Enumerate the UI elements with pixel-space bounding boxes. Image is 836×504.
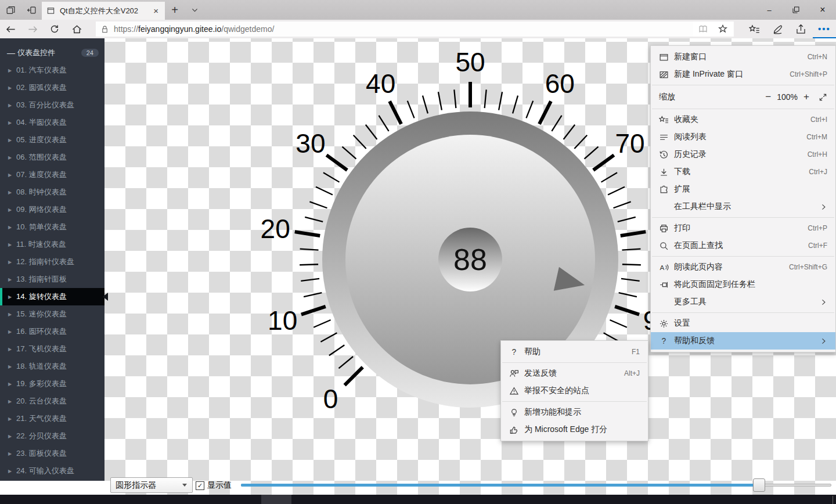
sidebar-item-02[interactable]: ▶02. 圆弧仪表盘 <box>0 79 105 96</box>
sidebar-item-06[interactable]: ▶06. 范围仪表盘 <box>0 149 105 166</box>
expand-arrow-icon: ▶ <box>8 260 16 265</box>
tabs-aside-icon <box>27 5 37 15</box>
sidebar-item-19[interactable]: ▶19. 多彩仪表盘 <box>0 375 105 393</box>
sidebar-item-08[interactable]: ▶08. 时钟仪表盘 <box>0 183 105 201</box>
url-path: /qwidgetdemo/ <box>221 24 274 34</box>
tab-preview-icon <box>6 5 16 15</box>
submenu-item-6[interactable]: 为 Microsoft Edge 打分 <box>501 421 648 438</box>
fullscreen-icon[interactable] <box>815 93 827 102</box>
sidebar-item-20[interactable]: ▶20. 云台仪表盘 <box>0 393 105 410</box>
restore-button[interactable] <box>783 0 809 20</box>
sidebar-item-10[interactable]: ▶10. 简单仪表盘 <box>0 218 105 236</box>
menu-item-16[interactable]: 将此页面固定到任务栏 <box>651 276 835 293</box>
read-aloud-icon: A <box>659 262 674 272</box>
menu-item-8[interactable]: 下载Ctrl+J <box>651 163 835 181</box>
sidebar-item-07[interactable]: ▶07. 速度仪表盘 <box>0 166 105 183</box>
menu-item-label: 打印 <box>674 223 808 233</box>
close-button[interactable]: × <box>809 0 836 20</box>
sidebar-item-04[interactable]: ▶04. 半圆仪表盘 <box>0 114 105 131</box>
menu-item-label: 为 Microsoft Edge 打分 <box>524 424 640 435</box>
sidebar-item-11[interactable]: ▶11. 时速仪表盘 <box>0 236 105 253</box>
url-text[interactable]: https://feiyangqingyun.gitee.io/qwidgetd… <box>114 24 693 34</box>
favorites-hub-button[interactable] <box>743 20 766 38</box>
menu-item-label: 下载 <box>674 167 809 177</box>
menu-item-19[interactable]: 设置 <box>651 315 835 332</box>
tab-list-button[interactable] <box>185 0 204 20</box>
menu-item-5[interactable]: 收藏夹Ctrl+I <box>651 111 835 128</box>
back-button[interactable] <box>0 20 22 38</box>
sidebar-item-21[interactable]: ▶21. 天气仪表盘 <box>0 410 105 427</box>
sidebar-item-16[interactable]: ▶16. 圆环仪表盘 <box>0 323 105 340</box>
menu-item-0[interactable]: 新建窗口Ctrl+N <box>651 48 835 66</box>
submenu-item-5[interactable]: 新增功能和提示 <box>501 404 648 421</box>
share-icon <box>795 24 806 35</box>
more-actions-button[interactable]: ••• <box>813 20 836 38</box>
history-icon <box>659 150 674 160</box>
taskbar-app-segment[interactable] <box>261 495 291 504</box>
svg-text:A: A <box>660 263 665 271</box>
reading-view-button[interactable] <box>693 24 713 34</box>
svg-text:?: ? <box>511 347 516 357</box>
pen-icon <box>772 24 783 35</box>
indicator-type-select[interactable]: 圆形指示器 <box>110 477 193 493</box>
share-button[interactable] <box>790 20 813 38</box>
expand-arrow-icon: ▶ <box>8 172 16 178</box>
annotate-button[interactable] <box>766 20 790 38</box>
show-value-checkbox[interactable]: ✓ <box>196 481 204 490</box>
address-bar[interactable]: https://feiyangqingyun.gitee.io/qwidgetd… <box>96 21 734 37</box>
submenu-item-2[interactable]: 发送反馈Alt+J <box>501 365 648 382</box>
forward-button[interactable] <box>22 20 44 38</box>
sidebar-item-list: ▶01. 汽车仪表盘▶02. 圆弧仪表盘▶03. 百分比仪表盘▶04. 半圆仪表… <box>0 62 105 480</box>
zoom-in-button[interactable]: + <box>798 91 815 103</box>
menu-item-15[interactable]: A朗读此页内容Ctrl+Shift+G <box>651 258 835 276</box>
show-set-aside-tabs-button[interactable] <box>0 0 21 20</box>
new-tab-button[interactable]: + <box>165 0 185 20</box>
expand-arrow-icon: ▶ <box>8 469 16 474</box>
sidebar-item-01[interactable]: ▶01. 汽车仪表盘 <box>0 62 105 79</box>
zoom-out-button[interactable]: − <box>759 91 777 103</box>
menu-item-6[interactable]: 阅读列表Ctrl+M <box>651 128 835 146</box>
minimize-button[interactable]: – <box>756 0 783 20</box>
menu-item-9[interactable]: 扩展 <box>651 181 835 198</box>
value-slider-handle[interactable] <box>753 478 765 492</box>
sidebar-item-05[interactable]: ▶05. 进度仪表盘 <box>0 131 105 149</box>
submenu-item-0[interactable]: ?帮助F1 <box>501 343 648 361</box>
sidebar-item-24[interactable]: ▶24. 可输入仪表盘 <box>0 462 105 480</box>
menu-item-label: 举报不安全的站点 <box>524 386 640 396</box>
menu-item-17[interactable]: 更多工具 <box>651 293 835 311</box>
sidebar-item-09[interactable]: ▶09. 网络仪表盘 <box>0 201 105 218</box>
svg-text:50: 50 <box>455 51 485 77</box>
expand-arrow-icon: ▶ <box>8 68 16 73</box>
expand-arrow-icon: ▶ <box>8 120 16 125</box>
tab-close-icon[interactable]: × <box>152 6 160 16</box>
submenu-item-3[interactable]: 举报不安全的站点 <box>501 382 648 399</box>
sidebar-item-23[interactable]: ▶23. 面板仪表盘 <box>0 445 105 462</box>
svg-text:?: ? <box>661 336 666 345</box>
menu-item-12[interactable]: 打印Ctrl+P <box>651 219 835 237</box>
show-value-label: 显示值 <box>207 477 232 493</box>
sidebar-item-17[interactable]: ▶17. 飞机仪表盘 <box>0 340 105 358</box>
home-button[interactable] <box>66 20 88 38</box>
sidebar-item-13[interactable]: ▶13. 指南针面板 <box>0 271 105 288</box>
menu-item-label: 在页面上查找 <box>674 240 808 251</box>
menu-item-1[interactable]: 新建 InPrivate 窗口Ctrl+Shift+P <box>651 66 835 83</box>
menu-item-10[interactable]: 在工具栏中显示 <box>651 198 835 215</box>
sidebar-item-label: 19. 多彩仪表盘 <box>16 379 67 389</box>
tab-qt-widgets[interactable]: Qt自定义控件大全V202 × <box>42 2 165 20</box>
menu-item-7[interactable]: 历史记录Ctrl+H <box>651 146 835 163</box>
set-tabs-aside-button[interactable] <box>21 0 42 20</box>
sidebar-item-14[interactable]: ▶14. 旋转仪表盘 <box>0 288 105 305</box>
refresh-button[interactable] <box>44 20 66 38</box>
add-favorite-button[interactable] <box>713 24 733 34</box>
sidebar-item-22[interactable]: ▶22. 分贝仪表盘 <box>0 427 105 445</box>
sidebar-item-label: 18. 轨道仪表盘 <box>16 361 67 372</box>
browser-more-menu: 新建窗口Ctrl+N新建 InPrivate 窗口Ctrl+Shift+P缩放−… <box>650 45 836 352</box>
sidebar-item-12[interactable]: ▶12. 指南针仪表盘 <box>0 253 105 271</box>
sidebar-item-15[interactable]: ▶15. 迷你仪表盘 <box>0 305 105 323</box>
sidebar-group-header[interactable]: — 仪表盘控件 24 <box>0 44 105 62</box>
sidebar-item-18[interactable]: ▶18. 轨道仪表盘 <box>0 358 105 375</box>
menu-item-20[interactable]: ?帮助和反馈 <box>651 332 835 350</box>
menu-item-13[interactable]: 在页面上查找Ctrl+F <box>651 237 835 254</box>
sidebar-item-03[interactable]: ▶03. 百分比仪表盘 <box>0 96 105 114</box>
menu-item-shortcut: Ctrl+M <box>806 133 827 141</box>
